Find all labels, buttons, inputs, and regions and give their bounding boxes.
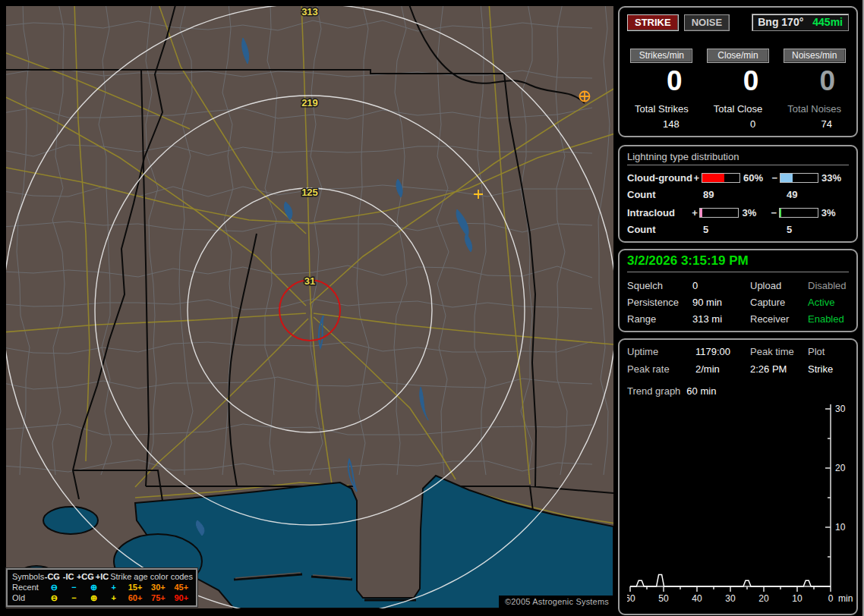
svg-text:60: 60 xyxy=(627,593,635,604)
circle-minus-icon: ⊖ xyxy=(44,582,64,592)
legend-age-header: Strike age color codes xyxy=(110,571,193,582)
trend-graph: 1020306050403020100min xyxy=(627,398,855,605)
intracloud-label: Intracloud xyxy=(627,207,691,218)
svg-text:30: 30 xyxy=(835,404,846,414)
peak-time-header: Peak time xyxy=(750,346,808,357)
cg-plus-pct: 60% xyxy=(743,172,771,184)
upload-label: Upload xyxy=(750,280,808,291)
plus-sign: + xyxy=(692,172,701,184)
trend-graph-label: Trend graph xyxy=(627,385,680,397)
ic-minus-bar xyxy=(779,208,818,218)
svg-text:219: 219 xyxy=(301,97,318,108)
cloud-ground-label: Cloud-ground xyxy=(627,172,692,184)
total-noises-label: Total Noises xyxy=(780,103,849,115)
svg-text:20: 20 xyxy=(758,593,769,604)
noises-per-min-button[interactable]: Noises/min xyxy=(784,49,846,63)
circle-plus-strike-icon xyxy=(580,92,590,102)
strikes-counter: Strikes/min 0 Total Strikes 148 xyxy=(627,48,696,130)
bearing-readout: Bng 170° 445mi xyxy=(752,14,849,31)
ic-plus-count: 5 xyxy=(703,224,787,235)
cg-minus-pct: 33% xyxy=(821,172,849,184)
sidebar: STRIKE NOISE Bng 170° 445mi Strikes/min … xyxy=(616,0,862,616)
uptime-label: Uptime xyxy=(627,346,695,357)
strike-mode-button[interactable]: STRIKE xyxy=(627,14,679,31)
lightning-map[interactable]: 31321912531 Symbols -CG -IC +CG +IC Stri… xyxy=(6,6,613,608)
plot-mode-value: Strike xyxy=(808,363,849,375)
peak-rate-value: 2/min xyxy=(695,363,750,375)
plus-sign: + xyxy=(691,207,699,218)
distribution-panel: Lightning type distribution Cloud-ground… xyxy=(618,145,858,243)
distance-value: 445mi xyxy=(812,16,843,28)
capture-label: Capture xyxy=(750,297,808,308)
plot-header: Plot xyxy=(808,346,849,357)
svg-text:10: 10 xyxy=(835,522,846,533)
age-15: 15+ xyxy=(124,582,147,592)
total-strikes-value: 148 xyxy=(627,118,696,130)
ic-minus-count: 5 xyxy=(787,224,792,235)
uptime-value: 1179:00 xyxy=(695,346,750,357)
svg-text:20: 20 xyxy=(835,463,846,473)
svg-text:10: 10 xyxy=(792,593,803,604)
age-60: 60+ xyxy=(124,592,147,603)
ic-minus-pct: 3% xyxy=(821,207,849,218)
svg-text:30: 30 xyxy=(725,593,736,604)
ic-plus-pct: 3% xyxy=(742,207,769,218)
counters-panel: STRIKE NOISE Bng 170° 445mi Strikes/min … xyxy=(618,6,858,137)
cg-plus-count: 89 xyxy=(703,189,787,200)
receiver-label: Receiver xyxy=(750,313,808,325)
cg-count-label: Count xyxy=(627,189,703,200)
ic-plus-bar xyxy=(699,208,739,218)
persistence-value: 90 min xyxy=(692,297,750,308)
session-panel: Uptime 1179:00 Peak time Plot Peak rate … xyxy=(618,338,858,615)
upload-status: Disabled xyxy=(808,280,849,291)
close-rate: 0 xyxy=(704,65,773,97)
close-per-min-button[interactable]: Close/min xyxy=(707,49,769,63)
squelch-label: Squelch xyxy=(627,280,692,291)
svg-text:40: 40 xyxy=(692,593,702,604)
range-value: 313 mi xyxy=(692,313,750,325)
age-45: 45+ xyxy=(170,582,193,592)
squelch-value: 0 xyxy=(692,280,750,291)
plus-icon: + xyxy=(104,592,124,603)
circle-minus-icon: ⊖ xyxy=(44,592,64,603)
bearing-value: Bng 170° xyxy=(758,16,803,28)
legend-old-label: Old xyxy=(12,592,44,603)
persistence-label: Persistence xyxy=(627,297,692,308)
cg-minus-count: 49 xyxy=(787,189,797,200)
age-75: 75+ xyxy=(147,592,169,603)
legend-symbols-header: Symbols xyxy=(12,571,44,582)
minus-icon: − xyxy=(64,582,84,592)
total-strikes-label: Total Strikes xyxy=(627,103,696,115)
app-window: 31321912531 Symbols -CG -IC +CG +IC Stri… xyxy=(0,0,864,616)
range-label: Range xyxy=(627,313,692,325)
svg-text:31: 31 xyxy=(304,275,315,287)
distribution-title: Lightning type distribution xyxy=(627,151,849,165)
legend-col-ncg: -CG xyxy=(44,571,60,582)
peak-rate-label: Peak rate xyxy=(627,363,695,375)
datetime-display: 3/2/2026 3:15:19 PM xyxy=(627,253,849,272)
age-30: 30+ xyxy=(147,582,169,592)
circle-plus-icon: ⊕ xyxy=(84,582,104,592)
circle-plus-icon: ⊕ xyxy=(84,592,104,603)
legend-col-nic: -IC xyxy=(61,571,77,582)
age-90: 90+ xyxy=(170,592,193,603)
strikes-rate: 0 xyxy=(627,65,696,97)
strikes-per-min-button[interactable]: Strikes/min xyxy=(630,49,692,63)
svg-text:min: min xyxy=(838,593,853,604)
status-panel: 3/2/2026 3:15:19 PM Squelch 0 Upload Dis… xyxy=(618,249,858,332)
svg-text:125: 125 xyxy=(301,187,318,198)
total-close-label: Total Close xyxy=(704,103,773,115)
total-noises-value: 74 xyxy=(780,118,849,130)
legend-col-pcg: +CG xyxy=(77,571,94,582)
svg-text:313: 313 xyxy=(301,6,318,17)
minus-sign: − xyxy=(771,172,779,184)
plus-icon: + xyxy=(104,582,124,592)
receiver-status: Enabled xyxy=(808,313,849,325)
capture-status: Active xyxy=(808,297,849,308)
cg-minus-bar xyxy=(780,173,818,183)
cg-plus-bar xyxy=(702,173,740,183)
total-close-value: 0 xyxy=(704,118,773,130)
noises-rate: 0 xyxy=(780,65,849,97)
noise-mode-button[interactable]: NOISE xyxy=(684,14,730,31)
minus-icon: − xyxy=(64,592,84,603)
